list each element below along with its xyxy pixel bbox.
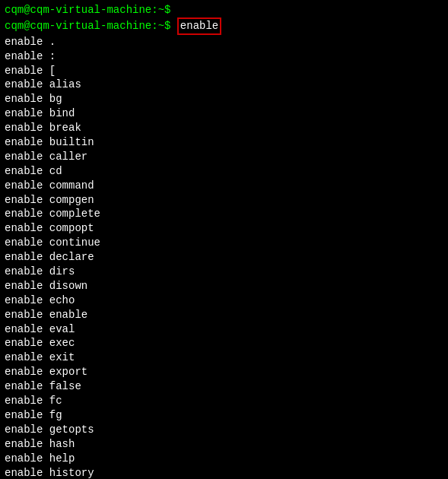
output-line-24: enable export [5, 365, 443, 379]
output-line-21: enable eval [5, 322, 443, 337]
output-line-31: enable history [5, 466, 443, 480]
output-line-9: enable caller [5, 150, 443, 164]
output-line-19: enable echo [5, 293, 443, 308]
output-line-15: enable continue [5, 236, 443, 250]
command-highlight: enable [177, 17, 221, 35]
prompt-text: cqm@cqm-virtual-machine:~$ [5, 3, 170, 17]
output-line-12: enable compgen [5, 193, 443, 208]
output-line-5: enable bg [5, 92, 443, 106]
output-line-23: enable exit [5, 351, 443, 365]
output-line-10: enable cd [5, 164, 443, 179]
terminal-window[interactable]: cqm@cqm-virtual-machine:~$ cqm@cqm-virtu… [0, 0, 448, 479]
output-line-30: enable help [5, 452, 443, 466]
output-line-4: enable alias [5, 78, 443, 92]
output-line-6: enable bind [5, 106, 443, 121]
output-line-16: enable declare [5, 250, 443, 265]
output-line-7: enable break [5, 121, 443, 135]
output-line-26: enable fc [5, 394, 443, 408]
output-line-11: enable command [5, 179, 443, 193]
output-line-22: enable exec [5, 336, 443, 351]
output-line-17: enable dirs [5, 265, 443, 279]
terminal-line-prev: cqm@cqm-virtual-machine:~$ [5, 3, 443, 17]
output-line-27: enable fg [5, 408, 443, 423]
output-line-28: enable getopts [5, 423, 443, 437]
output-line-25: enable false [5, 379, 443, 394]
output-line-14: enable compopt [5, 221, 443, 236]
output-line-2: enable : [5, 49, 443, 64]
prompt-text-2: cqm@cqm-virtual-machine:~$ [5, 19, 177, 33]
output-line-18: enable disown [5, 279, 443, 293]
output-line-29: enable hash [5, 437, 443, 452]
terminal-line-command: cqm@cqm-virtual-machine:~$ enable [5, 17, 443, 35]
output-line-13: enable complete [5, 207, 443, 221]
output-line-1: enable . [5, 35, 443, 49]
output-line-8: enable builtin [5, 135, 443, 150]
output-line-3: enable [ [5, 64, 443, 78]
output-line-20: enable enable [5, 308, 443, 322]
